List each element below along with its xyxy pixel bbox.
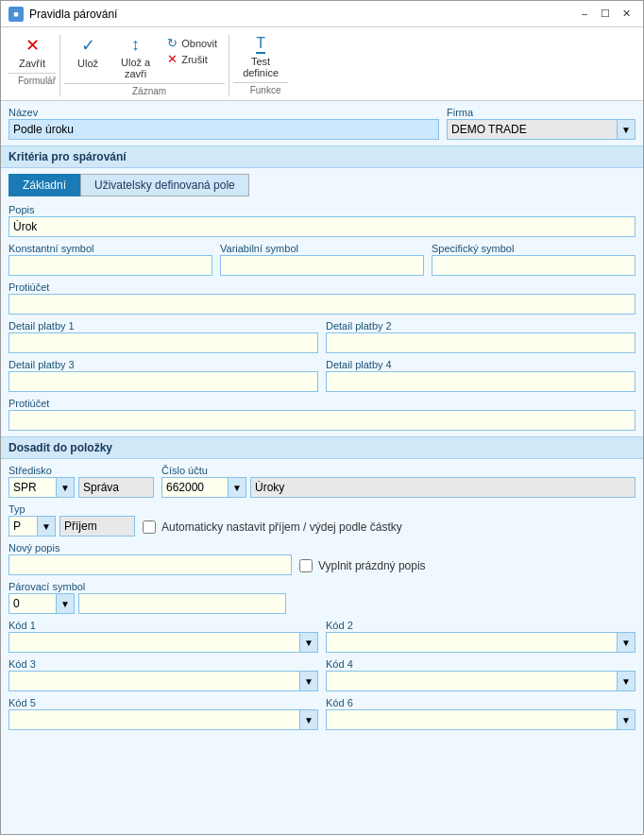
kod-56-row: Kód 5 ▼ Kód 6 ▼ bbox=[8, 697, 636, 730]
close-button[interactable]: ✕ Zavřít bbox=[8, 31, 56, 73]
detail4-input[interactable] bbox=[326, 371, 636, 392]
var-symbol-input[interactable] bbox=[220, 255, 424, 276]
separator-2 bbox=[229, 35, 229, 96]
save-close-icon: ↕ bbox=[131, 35, 140, 55]
title-bar: ■ Pravidla párování − ☐ ✕ bbox=[1, 1, 643, 27]
toolbar-group-formular: ✕ Zavřít Formulář bbox=[8, 31, 56, 100]
kod5-input[interactable] bbox=[8, 709, 299, 730]
test-def-label1: Test bbox=[251, 56, 270, 67]
kod5-select-group: ▼ bbox=[8, 709, 318, 730]
cancel-button[interactable]: ✕ Zrušit bbox=[167, 51, 217, 67]
protiucet-label: Protiúčet bbox=[8, 281, 636, 293]
stredisko-name-input bbox=[78, 477, 154, 498]
kod6-input[interactable] bbox=[326, 709, 617, 730]
konst-symbol-label: Konstantní symbol bbox=[8, 243, 212, 254]
kod2-input[interactable] bbox=[326, 632, 617, 653]
kod4-dropdown-btn[interactable]: ▼ bbox=[617, 671, 636, 691]
detail-12-row: Detail platby 1 Detail platby 2 bbox=[8, 320, 636, 353]
firma-field: Firma ▼ bbox=[447, 107, 636, 140]
kod3-input[interactable] bbox=[8, 671, 299, 691]
konst-symbol-field: Konstantní symbol bbox=[8, 243, 212, 276]
kod1-field: Kód 1 ▼ bbox=[8, 620, 318, 653]
kod-12-row: Kód 1 ▼ Kód 2 ▼ bbox=[8, 620, 636, 653]
kod1-input[interactable] bbox=[8, 632, 299, 653]
save-icon: ✓ bbox=[81, 35, 95, 56]
maximize-button[interactable]: ☐ bbox=[596, 5, 615, 24]
close-window-button[interactable]: ✕ bbox=[617, 5, 636, 24]
vyplnit-checkbox[interactable] bbox=[299, 559, 313, 572]
cislo-uctu-input[interactable] bbox=[161, 477, 228, 498]
firma-select-wrapper: ▼ bbox=[447, 119, 636, 140]
cislo-uctu-input-group: ▼ bbox=[161, 477, 636, 498]
protiucet2-input[interactable] bbox=[8, 410, 636, 431]
auto-checkbox[interactable] bbox=[143, 520, 156, 534]
stredisko-input[interactable] bbox=[8, 477, 56, 498]
assign-section-header: Dosadit do položky bbox=[1, 436, 643, 459]
parovaci-dropdown-btn[interactable]: ▼ bbox=[56, 593, 75, 614]
save-label: Ulož bbox=[77, 58, 98, 69]
refresh-button[interactable]: ↻ Obnovit bbox=[167, 35, 217, 51]
firma-label: Firma bbox=[447, 107, 636, 118]
konst-symbol-input[interactable] bbox=[8, 255, 212, 276]
cislo-uctu-dropdown-btn[interactable]: ▼ bbox=[228, 477, 246, 498]
kod1-dropdown-btn[interactable]: ▼ bbox=[299, 632, 318, 653]
detail1-input[interactable] bbox=[8, 332, 318, 353]
nazev-input[interactable] bbox=[8, 119, 439, 140]
typ-input[interactable] bbox=[8, 516, 37, 537]
toolbar: ✕ Zavřít Formulář ✓ Ulož ↕ bbox=[1, 27, 643, 101]
kod6-select-group: ▼ bbox=[326, 709, 636, 730]
vyplnit-checkbox-label: Vyplnit prázdný popis bbox=[318, 559, 426, 572]
kod6-dropdown-btn[interactable]: ▼ bbox=[617, 709, 636, 730]
var-symbol-label: Variabilní symbol bbox=[220, 243, 424, 254]
test-def-labels: Test definice bbox=[243, 56, 279, 78]
protiucet2-field: Protiúčet bbox=[8, 398, 636, 431]
cislo-uctu-name-input bbox=[250, 477, 636, 498]
stredisko-input-group: ▼ bbox=[8, 477, 154, 498]
window-icon: ■ bbox=[8, 7, 24, 22]
test-def-button[interactable]: T Test definice bbox=[233, 31, 288, 82]
kod3-select-group: ▼ bbox=[8, 671, 318, 691]
detail1-label: Detail platby 1 bbox=[8, 320, 318, 332]
parovaci-text-input[interactable] bbox=[78, 593, 286, 614]
cislo-uctu-select-group: ▼ bbox=[161, 477, 246, 498]
firma-input[interactable] bbox=[447, 119, 617, 140]
refresh-label: Obnovit bbox=[181, 38, 217, 49]
kod5-field: Kód 5 ▼ bbox=[8, 697, 318, 730]
kod4-input[interactable] bbox=[326, 671, 617, 691]
parovaci-select-group: ▼ bbox=[8, 593, 75, 614]
tab-user-defined[interactable]: Uživatelsky definovaná pole bbox=[80, 174, 249, 196]
kod4-select-group: ▼ bbox=[326, 671, 636, 691]
kod4-label: Kód 4 bbox=[326, 658, 636, 670]
tab-basic[interactable]: Základní bbox=[8, 174, 80, 196]
novy-popis-input[interactable] bbox=[8, 554, 292, 575]
separator-1 bbox=[59, 35, 60, 96]
protiucet-input[interactable] bbox=[8, 294, 636, 315]
minimize-button[interactable]: − bbox=[575, 5, 594, 24]
protiucet2-label: Protiúčet bbox=[8, 398, 636, 409]
detail3-input[interactable] bbox=[8, 371, 318, 392]
kod5-dropdown-btn[interactable]: ▼ bbox=[299, 709, 318, 730]
detail4-field: Detail platby 4 bbox=[326, 359, 636, 392]
detail3-field: Detail platby 3 bbox=[8, 359, 318, 392]
popis-input[interactable] bbox=[8, 216, 636, 237]
stredisko-dropdown-btn[interactable]: ▼ bbox=[56, 477, 75, 498]
detail3-label: Detail platby 3 bbox=[8, 359, 318, 370]
toolbar-funkce-buttons: T Test definice bbox=[233, 31, 288, 82]
stredisko-field: Středisko ▼ bbox=[8, 465, 154, 498]
vyplnit-checkbox-row: Vyplnit prázdný popis bbox=[299, 559, 636, 575]
toolbar-formular-buttons: ✕ Zavřít bbox=[8, 31, 56, 73]
spec-symbol-input[interactable] bbox=[432, 255, 636, 276]
kod6-field: Kód 6 ▼ bbox=[326, 697, 636, 730]
kod2-dropdown-btn[interactable]: ▼ bbox=[617, 632, 636, 653]
firma-dropdown-btn[interactable]: ▼ bbox=[617, 119, 636, 140]
typ-dropdown-btn[interactable]: ▼ bbox=[37, 516, 56, 537]
detail2-input[interactable] bbox=[326, 332, 636, 353]
save-close-button[interactable]: ↕ Ulož a zavři bbox=[111, 31, 160, 83]
refresh-cancel-group: ↻ Obnovit ✕ Zrušit bbox=[160, 31, 225, 83]
symbol-row: Konstantní symbol Variabilní symbol Spec… bbox=[8, 243, 636, 276]
spec-symbol-field: Specifický symbol bbox=[432, 243, 636, 276]
parovaci-input[interactable] bbox=[8, 593, 56, 614]
kod2-label: Kód 2 bbox=[326, 620, 636, 631]
save-button[interactable]: ✓ Ulož bbox=[64, 31, 111, 83]
kod3-dropdown-btn[interactable]: ▼ bbox=[299, 671, 318, 691]
